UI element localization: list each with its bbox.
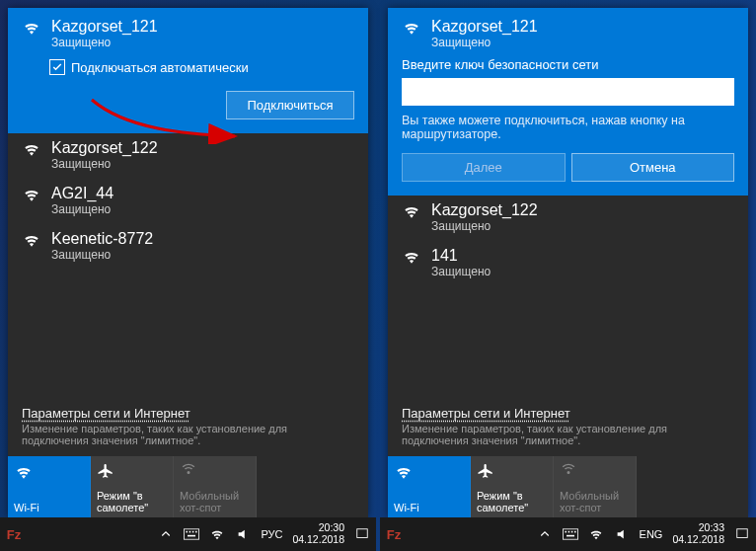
network-item[interactable]: Keenetic-8772 Защищено: [8, 224, 368, 270]
network-status: Защищено: [431, 219, 538, 233]
next-button[interactable]: Далее: [402, 153, 566, 182]
quick-action-tiles: Wi-Fi Режим "в самолете" Мобильный хот-с…: [8, 456, 368, 517]
keyboard-icon[interactable]: [184, 526, 199, 542]
wifi-icon: [394, 462, 464, 482]
network-status: Защищено: [51, 36, 158, 49]
network-name: Kazgorset_122: [431, 201, 538, 219]
svg-rect-7: [563, 529, 577, 539]
network-list: Kazgorset_121 Защищено Подключаться авто…: [8, 8, 368, 398]
svg-rect-13: [737, 529, 748, 538]
network-settings-description: Изменение параметров, таких как установл…: [402, 423, 734, 446]
network-settings-link-block: Параметры сети и Интернет Изменение пара…: [388, 398, 748, 456]
network-name: Keenetic-8772: [51, 230, 153, 248]
network-name: Kazgorset_121: [431, 18, 538, 36]
date: 04.12.2018: [672, 534, 724, 546]
svg-rect-6: [357, 529, 368, 538]
taskbar: Fz ENG 20:33 04.12.2018: [380, 517, 756, 551]
volume-icon[interactable]: [614, 526, 630, 542]
screenshot-left: Kazgorset_121 Защищено Подключаться авто…: [0, 0, 376, 551]
airplane-tile[interactable]: Режим "в самолете": [471, 456, 554, 517]
network-name: AG2I_44: [51, 185, 113, 202]
svg-rect-10: [570, 531, 572, 533]
quick-action-tiles: Wi-Fi Режим "в самолете" Мобильный хот-с…: [388, 456, 748, 517]
network-item[interactable]: Kazgorset_122 Защищено: [388, 196, 748, 241]
airplane-icon: [97, 462, 167, 482]
clock[interactable]: 20:33 04.12.2018: [672, 522, 724, 545]
tile-label: Wi-Fi: [14, 502, 84, 513]
wps-hint: Вы также можете подключиться, нажав кноп…: [402, 114, 734, 141]
language-indicator[interactable]: ENG: [640, 528, 663, 540]
tile-label: Режим "в самолете": [97, 490, 167, 513]
wifi-icon: [22, 185, 41, 204]
svg-rect-3: [192, 531, 194, 533]
tile-label: Режим "в самолете": [477, 490, 547, 513]
auto-connect-checkbox[interactable]: Подключаться автоматически: [49, 59, 354, 75]
network-name: 141: [431, 247, 491, 265]
chevron-up-icon[interactable]: [158, 526, 174, 542]
network-status: Защищено: [431, 36, 538, 49]
security-key-input[interactable]: [402, 78, 734, 106]
airplane-tile[interactable]: Режим "в самолете": [91, 456, 174, 517]
wifi-icon: [22, 230, 41, 250]
network-item[interactable]: AG2I_44 Защищено: [8, 179, 368, 224]
filezilla-icon[interactable]: Fz: [6, 526, 22, 542]
svg-rect-9: [567, 531, 569, 533]
network-status: Защищено: [431, 265, 491, 278]
airplane-icon: [477, 462, 547, 482]
svg-rect-8: [565, 531, 567, 533]
svg-rect-12: [567, 535, 574, 537]
wifi-flyout: Kazgorset_121 Защищено Подключаться авто…: [8, 8, 368, 517]
network-name: Kazgorset_122: [51, 139, 158, 157]
network-name: Kazgorset_121: [51, 18, 158, 36]
wifi-tray-icon[interactable]: [209, 526, 225, 542]
svg-rect-2: [189, 531, 191, 533]
tile-label: Wi-Fi: [394, 502, 464, 513]
network-settings-link[interactable]: Параметры сети и Интернет: [22, 406, 354, 421]
wifi-icon: [402, 247, 421, 267]
date: 04.12.2018: [292, 534, 344, 546]
svg-rect-1: [187, 531, 189, 533]
checkbox-icon: [49, 59, 65, 75]
filezilla-icon[interactable]: Fz: [386, 526, 402, 542]
notification-icon[interactable]: [354, 526, 370, 542]
cancel-button[interactable]: Отмена: [571, 153, 735, 182]
chevron-up-icon[interactable]: [537, 526, 553, 542]
hotspot-icon: [560, 462, 630, 482]
wifi-tile[interactable]: Wi-Fi: [8, 456, 91, 517]
network-status: Защищено: [51, 248, 153, 262]
connect-button[interactable]: Подключиться: [226, 91, 354, 119]
network-status: Защищено: [51, 202, 113, 216]
wifi-tile[interactable]: Wi-Fi: [388, 456, 471, 517]
svg-rect-11: [574, 531, 576, 533]
wifi-icon: [14, 462, 84, 482]
keyboard-icon[interactable]: [563, 526, 578, 542]
security-key-label: Введите ключ безопасности сети: [402, 57, 734, 72]
wifi-icon: [22, 18, 41, 38]
tile-label: Мобильный хот-спот: [180, 490, 250, 513]
svg-rect-4: [195, 531, 197, 533]
volume-icon[interactable]: [235, 526, 251, 542]
wifi-tray-icon[interactable]: [588, 526, 604, 542]
screenshot-right: Kazgorset_121 Защищено Введите ключ безо…: [380, 0, 756, 551]
svg-rect-5: [188, 535, 195, 537]
selected-network[interactable]: Kazgorset_121 Защищено Введите ключ безо…: [388, 8, 748, 196]
network-list: Kazgorset_121 Защищено Введите ключ безо…: [388, 8, 748, 398]
auto-connect-label: Подключаться автоматически: [71, 60, 249, 75]
wifi-icon: [402, 201, 421, 221]
hotspot-tile[interactable]: Мобильный хот-спот: [554, 456, 637, 517]
network-item[interactable]: Kazgorset_122 Защищено: [8, 133, 368, 179]
language-indicator[interactable]: РУС: [261, 528, 282, 540]
network-item[interactable]: 141 Защищено: [388, 241, 748, 286]
network-settings-link[interactable]: Параметры сети и Интернет: [402, 406, 734, 421]
wifi-icon: [402, 18, 421, 38]
svg-rect-0: [185, 529, 199, 539]
notification-icon[interactable]: [734, 526, 750, 542]
network-status: Защищено: [51, 157, 158, 171]
tile-label: Мобильный хот-спот: [560, 490, 630, 513]
selected-network[interactable]: Kazgorset_121 Защищено Подключаться авто…: [8, 8, 368, 133]
wifi-icon: [22, 139, 41, 159]
clock[interactable]: 20:30 04.12.2018: [292, 522, 344, 545]
network-settings-link-block: Параметры сети и Интернет Изменение пара…: [8, 398, 368, 456]
wifi-flyout: Kazgorset_121 Защищено Введите ключ безо…: [388, 8, 748, 517]
hotspot-tile[interactable]: Мобильный хот-спот: [174, 456, 257, 517]
